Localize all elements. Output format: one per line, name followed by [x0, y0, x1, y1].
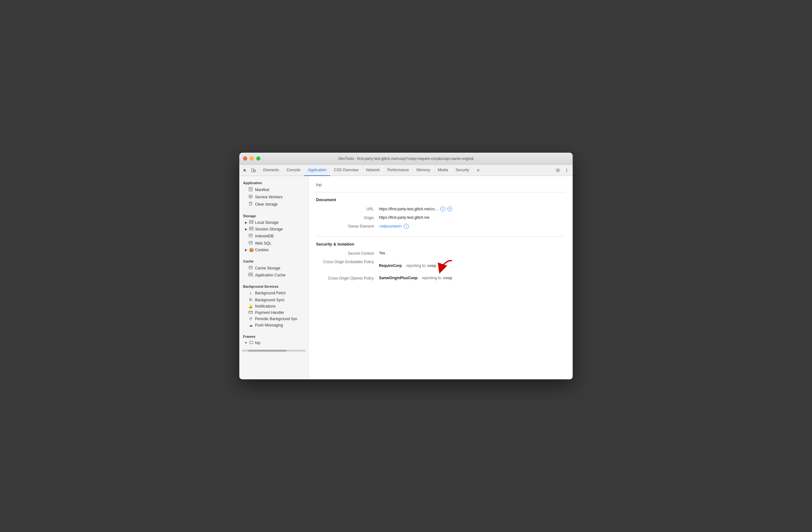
svg-point-5 — [566, 171, 567, 171]
cookies-chevron: ▶ — [244, 248, 247, 252]
sidebar-item-payment-handler[interactable]: Payment Handler — [241, 309, 307, 316]
traffic-lights — [243, 156, 260, 160]
coep-value: RequireCorp reporting to: coep — [379, 260, 454, 272]
origin-label: Origin — [316, 215, 379, 220]
svg-rect-0 — [251, 169, 254, 172]
settings-icon[interactable] — [554, 167, 561, 174]
sidebar-item-cache-storage[interactable]: Cache Storage — [241, 264, 307, 272]
web-sql-label: Web SQL — [255, 241, 271, 246]
sidebar-item-session-storage[interactable]: ▶ Session Storage — [241, 226, 307, 232]
sidebar-item-background-fetch[interactable]: ↕ Background Fetch — [241, 290, 307, 296]
sidebar-scrollbar[interactable] — [242, 350, 306, 352]
svg-point-10 — [250, 196, 251, 197]
local-storage-chevron: ▶ — [244, 221, 247, 224]
tab-application[interactable]: Application — [304, 165, 330, 176]
sidebar-item-push-messaging[interactable]: ☁ Push Messaging — [241, 322, 307, 328]
svg-rect-18 — [249, 273, 252, 274]
svg-rect-20 — [249, 311, 252, 313]
sidebar-item-web-sql[interactable]: Web SQL — [241, 240, 307, 247]
cursor-icon[interactable] — [242, 167, 249, 174]
manifest-label: Manifest — [255, 187, 269, 192]
coep-extra-value: coep — [427, 264, 436, 268]
local-storage-label: Local Storage — [255, 220, 278, 225]
owner-element-link[interactable]: <#document> — [379, 224, 402, 228]
coop-field-row: Cross-Origin Opener Policy SameOriginPlu… — [316, 276, 565, 280]
tabbar-tools — [242, 167, 257, 174]
svg-rect-22 — [250, 341, 253, 344]
url-field-row: URL https://first-party-test.glitch.me/c… — [316, 207, 565, 212]
svg-rect-14 — [249, 229, 253, 230]
url-link-icon[interactable]: ☉ — [440, 207, 445, 212]
coep-extra: reporting to: coep — [406, 264, 436, 268]
maximize-button[interactable] — [256, 156, 260, 160]
tab-network[interactable]: Network — [362, 165, 384, 176]
sidebar-item-clear-storage[interactable]: Clear storage — [241, 200, 307, 208]
tab-media[interactable]: Media — [434, 165, 452, 176]
service-workers-icon — [248, 194, 253, 199]
coop-text: SameOriginPlusCoep — [379, 276, 418, 280]
secure-context-label: Secure Context — [316, 251, 379, 256]
background-sync-label: Background Sync — [255, 298, 285, 302]
coop-label: Cross-Origin Opener Policy — [316, 276, 379, 280]
sidebar-item-manifest[interactable]: Manifest — [241, 186, 307, 193]
svg-rect-19 — [249, 275, 252, 276]
cookies-icon: 🍪 — [249, 248, 254, 252]
tabs: Elements Console Application CSS Overvie… — [259, 165, 554, 176]
red-arrow-annotation — [439, 260, 454, 272]
coop-extra-value: coop — [443, 276, 452, 280]
push-messaging-icon: ☁ — [248, 323, 253, 327]
web-sql-icon — [248, 240, 253, 246]
sidebar-section-cache: Cache — [239, 257, 308, 264]
titlebar: DevTools - first-party-test.glitch.me/co… — [239, 153, 573, 165]
sidebar-item-application-cache[interactable]: Application Cache — [241, 272, 307, 278]
more-options-icon[interactable] — [563, 167, 570, 174]
clear-storage-icon — [248, 201, 253, 207]
sidebar-item-local-storage[interactable]: ▶ Local Storage — [241, 219, 307, 226]
tab-css-overview[interactable]: CSS Overview — [330, 165, 362, 176]
tab-console[interactable]: Console — [283, 165, 304, 176]
svg-point-16 — [249, 241, 252, 242]
periodic-bg-sync-label: Periodic Background Syn — [255, 317, 298, 321]
minimize-button[interactable] — [250, 156, 254, 160]
coep-label: Cross-Origin Embedder Policy — [316, 260, 379, 264]
background-sync-icon: ↻ — [248, 297, 253, 302]
tabbar-actions — [554, 167, 570, 174]
sidebar-item-indexeddb[interactable]: IndexedDB — [241, 232, 307, 240]
url-value: https://first-party-test.glitch.me/co… ☉… — [379, 207, 452, 212]
svg-rect-11 — [249, 220, 253, 222]
owner-element-info-icon[interactable]: ? — [404, 224, 409, 229]
sidebar-item-background-sync[interactable]: ↻ Background Sync — [241, 296, 307, 303]
sidebar-item-top-frame[interactable]: ▼ top — [241, 340, 307, 346]
tabbar: Elements Console Application CSS Overvie… — [239, 165, 573, 176]
svg-rect-13 — [249, 227, 253, 228]
coop-value: SameOriginPlusCoep reporting to: coop — [379, 276, 452, 280]
url-reload-icon[interactable]: ↺ — [447, 207, 452, 212]
coep-field-row: Cross-Origin Embedder Policy RequireCorp… — [316, 260, 565, 272]
window-title: DevTools - first-party-test.glitch.me/co… — [338, 156, 474, 161]
sidebar-item-service-workers[interactable]: Service Workers — [241, 193, 307, 200]
tab-security[interactable]: Security — [452, 165, 473, 176]
sidebar: Application Manifest — [239, 176, 308, 379]
push-messaging-label: Push Messaging — [255, 323, 283, 327]
document-section: Document URL https://first-party-test.gl… — [316, 197, 565, 229]
device-icon[interactable] — [250, 167, 257, 174]
clear-storage-label: Clear storage — [255, 202, 278, 207]
origin-value: https://first-party-test.glitch.me — [379, 215, 430, 220]
svg-rect-12 — [249, 222, 253, 224]
tab-performance[interactable]: Performance — [384, 165, 413, 176]
origin-text: https://first-party-test.glitch.me — [379, 215, 430, 220]
sidebar-item-periodic-bg-sync[interactable]: ⏱ Periodic Background Syn — [241, 316, 307, 322]
svg-point-15 — [249, 234, 252, 235]
close-button[interactable] — [243, 156, 247, 160]
sidebar-section-bg-services: Background Services — [239, 282, 308, 290]
sidebar-item-notifications[interactable]: 🔔 Notifications — [241, 303, 307, 309]
tab-elements[interactable]: Elements — [259, 165, 283, 176]
sidebar-item-cookies[interactable]: ▶ 🍪 Cookies — [241, 247, 307, 253]
top-frame-chevron: ▼ — [244, 341, 247, 345]
application-cache-label: Application Cache — [255, 273, 286, 277]
tab-memory[interactable]: Memory — [413, 165, 434, 176]
session-storage-label: Session Storage — [255, 227, 283, 232]
tab-more[interactable]: » — [473, 165, 483, 176]
notifications-label: Notifications — [255, 304, 275, 308]
devtools-window: DevTools - first-party-test.glitch.me/co… — [239, 153, 573, 379]
